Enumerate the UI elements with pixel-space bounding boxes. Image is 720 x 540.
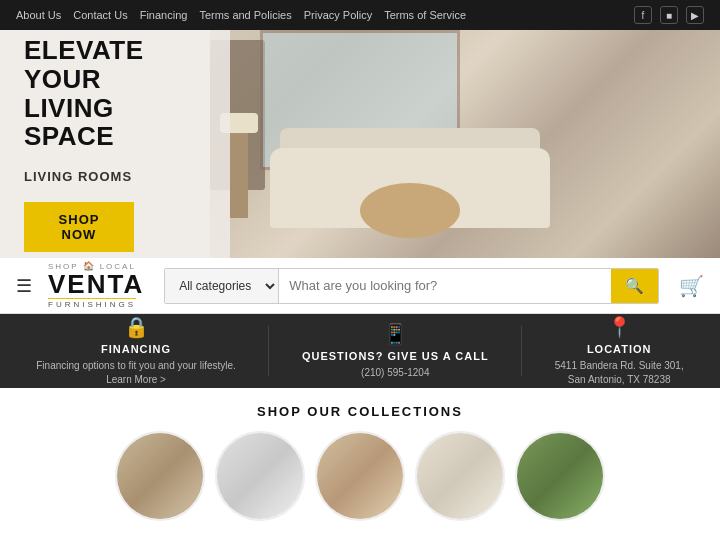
link-financing[interactable]: Financing xyxy=(140,9,188,21)
phone-title: QUESTIONS? GIVE US A CALL xyxy=(302,350,489,362)
financing-text: Financing options to fit you and your li… xyxy=(36,359,236,387)
collections-heading: SHOP OUR COLLECTIONS xyxy=(20,404,700,419)
phone-icon: 📱 xyxy=(383,322,408,346)
link-contact[interactable]: Contact Us xyxy=(73,9,127,21)
collection-bedroom[interactable] xyxy=(215,431,305,521)
collection-accent[interactable] xyxy=(415,431,505,521)
link-about[interactable]: About Us xyxy=(16,9,61,21)
location-title: LOCATION xyxy=(587,343,652,355)
link-terms-policies[interactable]: Terms and Policies xyxy=(199,9,291,21)
youtube-icon[interactable]: ▶ xyxy=(686,6,704,24)
phone-number: (210) 595-1204 xyxy=(361,366,429,380)
search-input[interactable] xyxy=(279,269,611,303)
collections-section: SHOP OUR COLLECTIONS xyxy=(0,388,720,529)
info-bar: 🔒 FINANCING Financing options to fit you… xyxy=(0,314,720,388)
navbar: ☰ SHOP🏠LOCAL VENTA FURNISHINGS All categ… xyxy=(0,258,720,314)
info-financing[interactable]: 🔒 FINANCING Financing options to fit you… xyxy=(36,315,236,387)
hero-section: ELEVATE YOUR LIVING SPACE LIVING ROOMS S… xyxy=(0,30,720,258)
search-bar: All categories Living Room Bedroom Dinin… xyxy=(164,268,659,304)
hero-image xyxy=(210,30,720,258)
link-tos[interactable]: Terms of Service xyxy=(384,9,466,21)
info-phone[interactable]: 📱 QUESTIONS? GIVE US A CALL (210) 595-12… xyxy=(302,322,489,380)
collections-grid xyxy=(20,431,700,521)
collection-img-3 xyxy=(315,431,405,521)
collection-outdoor[interactable] xyxy=(515,431,605,521)
logo-brand-name: VENTA xyxy=(48,271,144,297)
instagram-icon[interactable]: ■ xyxy=(660,6,678,24)
hamburger-menu[interactable]: ☰ xyxy=(16,275,32,297)
logo-sub-label: FURNISHINGS xyxy=(48,298,136,309)
location-address: 5411 Bandera Rd. Suite 301,San Antonio, … xyxy=(555,359,684,387)
collection-img-5 xyxy=(515,431,605,521)
link-privacy[interactable]: Privacy Policy xyxy=(304,9,372,21)
financing-title: FINANCING xyxy=(101,343,171,355)
social-icons: f ■ ▶ xyxy=(634,6,704,24)
info-divider-1 xyxy=(268,326,269,376)
shop-now-button[interactable]: SHOP NOW xyxy=(24,202,134,252)
floor-lamp-pole xyxy=(230,128,248,218)
location-icon: 📍 xyxy=(607,315,632,339)
coffee-table xyxy=(360,183,460,238)
financing-icon: 🔒 xyxy=(124,315,149,339)
hero-title: ELEVATE YOUR LIVING SPACE xyxy=(24,36,206,150)
category-dropdown[interactable]: All categories Living Room Bedroom Dinin… xyxy=(165,269,279,303)
search-icon: 🔍 xyxy=(625,277,644,295)
collection-img-1 xyxy=(115,431,205,521)
top-bar-links: About Us Contact Us Financing Terms and … xyxy=(16,9,466,21)
collection-living-room[interactable] xyxy=(115,431,205,521)
collection-dining[interactable] xyxy=(315,431,405,521)
collection-img-2 xyxy=(215,431,305,521)
top-bar: About Us Contact Us Financing Terms and … xyxy=(0,0,720,30)
collection-img-4 xyxy=(415,431,505,521)
hero-text-overlay: ELEVATE YOUR LIVING SPACE LIVING ROOMS S… xyxy=(0,30,230,258)
info-location[interactable]: 📍 LOCATION 5411 Bandera Rd. Suite 301,Sa… xyxy=(555,315,684,387)
info-divider-2 xyxy=(521,326,522,376)
logo[interactable]: SHOP🏠LOCAL VENTA FURNISHINGS xyxy=(48,262,144,309)
cart-icon[interactable]: 🛒 xyxy=(679,274,704,298)
search-button[interactable]: 🔍 xyxy=(611,269,658,303)
facebook-icon[interactable]: f xyxy=(634,6,652,24)
hero-subtitle: LIVING ROOMS xyxy=(24,169,206,184)
